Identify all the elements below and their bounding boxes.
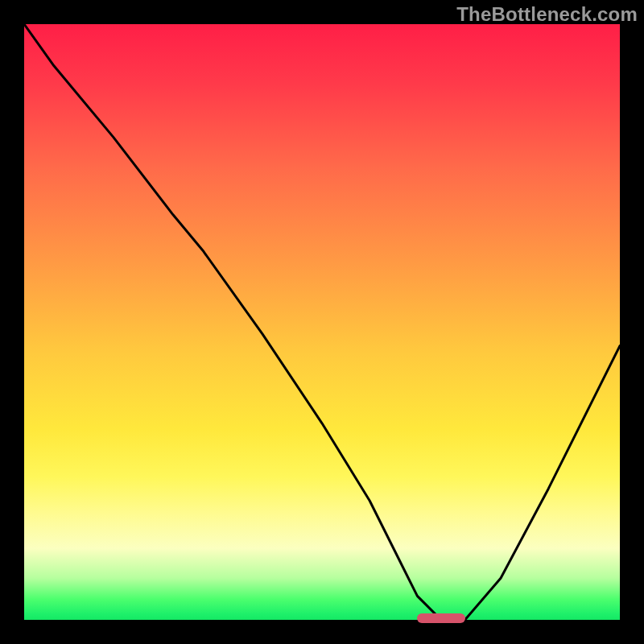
curve-svg: [24, 24, 620, 620]
bottleneck-curve: [24, 24, 620, 620]
watermark-text: TheBottleneck.com: [456, 3, 638, 26]
chart-plot-area: [24, 24, 620, 620]
chart-frame: TheBottleneck.com: [0, 0, 644, 644]
optimal-range-marker: [417, 613, 464, 623]
